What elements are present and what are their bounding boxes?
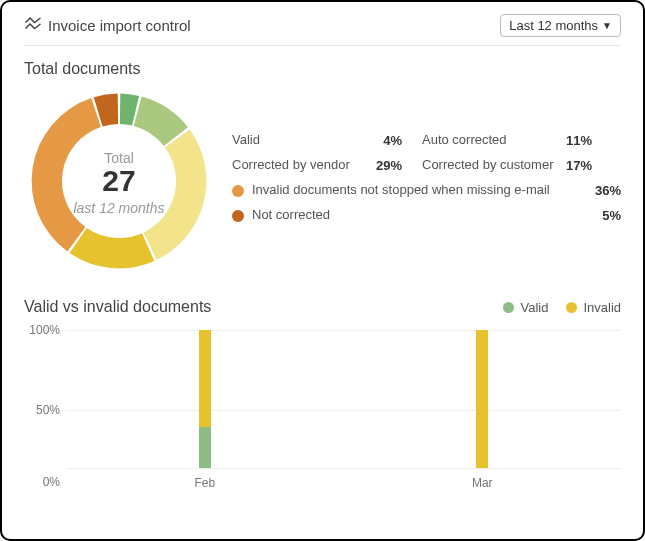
donut-row: Total 27 last 12 months Valid 4% Auto co… [24, 86, 621, 280]
bar-section-title: Valid vs invalid documents [24, 298, 211, 316]
donut-slice [144, 129, 207, 259]
bar-group [344, 330, 622, 468]
bar-segment-invalid [476, 330, 488, 468]
donut-slice [70, 228, 155, 268]
donut-chart: Total 27 last 12 months [24, 86, 214, 280]
donut-section-title: Total documents [24, 60, 621, 78]
bar-stack [199, 330, 211, 468]
legend-item-auto: Auto corrected 11% [422, 133, 592, 148]
legend-item-vendor: Corrected by vendor 29% [232, 158, 402, 173]
bar-section: Valid vs invalid documents Valid Invalid… [24, 298, 621, 490]
dot-icon [566, 302, 577, 313]
bar-segment-valid [199, 427, 211, 468]
header-left: Invoice import control [24, 15, 191, 36]
y-tick: 0% [24, 475, 60, 489]
y-tick: 100% [24, 323, 60, 337]
bar-segment-invalid [199, 330, 211, 427]
bar-chart: 100% 50% 0% FebMar [24, 330, 621, 490]
bar-stack [476, 330, 488, 468]
grid-line [66, 468, 621, 469]
y-tick: 50% [24, 403, 60, 417]
dot-icon [232, 185, 244, 197]
dot-icon [503, 302, 514, 313]
page-title: Invoice import control [48, 17, 191, 34]
bar-group [66, 330, 344, 468]
dot-icon [232, 210, 244, 222]
x-labels: FebMar [66, 476, 621, 490]
legend-item-customer: Corrected by customer 17% [422, 158, 592, 173]
bars-area [66, 330, 621, 468]
donut-legend: Valid 4% Auto corrected 11% Corrected by… [232, 133, 621, 233]
legend-item-valid: Valid 4% [232, 133, 402, 148]
bar-legend-valid: Valid [503, 300, 548, 315]
bar-legend-invalid: Invalid [566, 300, 621, 315]
chevron-down-icon: ▼ [602, 20, 612, 31]
range-dropdown[interactable]: Last 12 months ▼ [500, 14, 621, 37]
bar-legend: Valid Invalid [503, 300, 621, 315]
stacked-line-icon [24, 15, 42, 36]
x-tick: Feb [66, 476, 344, 490]
legend-item-not-corrected: Not corrected 5% [232, 208, 621, 223]
x-tick: Mar [344, 476, 622, 490]
range-dropdown-label: Last 12 months [509, 18, 598, 33]
bar-header: Valid vs invalid documents Valid Invalid [24, 298, 621, 316]
donut-slice [32, 98, 101, 251]
legend-item-invalid-missing-email: Invalid documents not stopped when missi… [232, 183, 621, 198]
header: Invoice import control Last 12 months ▼ [24, 14, 621, 46]
